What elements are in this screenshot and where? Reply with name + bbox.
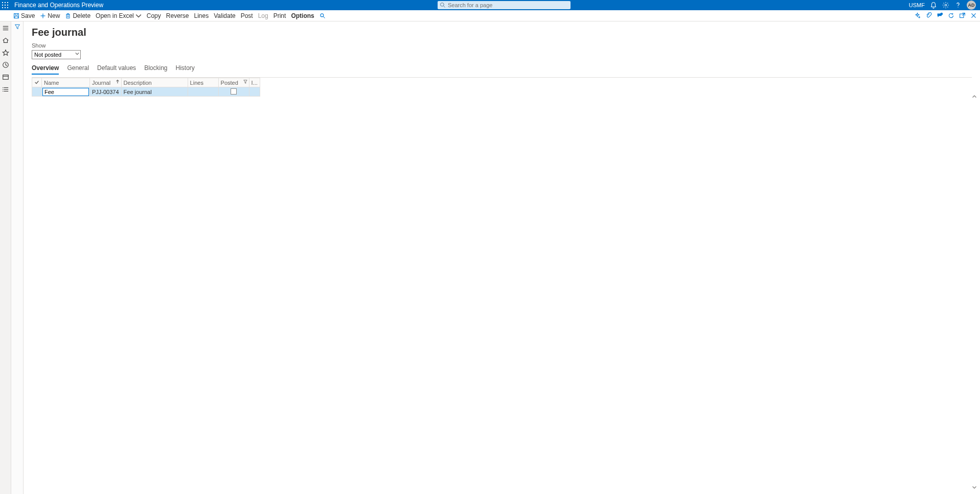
svg-rect-7 bbox=[5, 7, 6, 8]
left-nav-rail bbox=[0, 21, 11, 494]
save-button[interactable]: Save bbox=[13, 12, 35, 19]
svg-point-39 bbox=[3, 87, 3, 88]
app-launcher-icon[interactable] bbox=[0, 0, 10, 10]
tab-strip: Overview General Default values Blocking… bbox=[32, 64, 972, 75]
svg-point-9 bbox=[440, 3, 444, 7]
close-icon[interactable] bbox=[970, 12, 977, 19]
open-excel-label: Open in Excel bbox=[96, 12, 134, 19]
recent-icon[interactable] bbox=[2, 61, 9, 68]
svg-marker-43 bbox=[243, 80, 246, 83]
filter-rail bbox=[11, 21, 24, 494]
svg-line-10 bbox=[443, 6, 445, 8]
chevron-down-icon bbox=[135, 13, 142, 19]
column-header-overflow[interactable]: I... bbox=[249, 78, 260, 87]
svg-rect-0 bbox=[2, 2, 3, 3]
svg-rect-3 bbox=[2, 5, 3, 6]
show-select[interactable]: Not posted bbox=[32, 50, 81, 59]
svg-point-12 bbox=[958, 7, 958, 7]
feedback-icon[interactable] bbox=[936, 12, 943, 19]
modules-icon[interactable] bbox=[2, 86, 9, 93]
sort-asc-icon bbox=[116, 80, 120, 84]
tab-overview[interactable]: Overview bbox=[32, 64, 59, 75]
workspaces-icon[interactable] bbox=[2, 74, 9, 81]
filter-icon bbox=[243, 80, 247, 84]
svg-point-41 bbox=[3, 91, 3, 91]
copilot-icon[interactable] bbox=[914, 12, 921, 19]
global-search-input[interactable] bbox=[438, 1, 571, 9]
settings-icon[interactable] bbox=[942, 2, 949, 9]
svg-rect-18 bbox=[66, 14, 70, 18]
validate-button[interactable]: Validate bbox=[214, 12, 235, 19]
filter-pane-icon[interactable] bbox=[14, 23, 20, 30]
column-header-description[interactable]: Description bbox=[121, 78, 188, 87]
svg-rect-5 bbox=[7, 5, 8, 6]
name-cell-input[interactable] bbox=[42, 88, 89, 96]
refresh-icon[interactable] bbox=[947, 12, 954, 19]
save-label: Save bbox=[21, 12, 35, 19]
copy-button[interactable]: Copy bbox=[147, 12, 161, 19]
tab-general[interactable]: General bbox=[67, 64, 89, 75]
action-search-button[interactable] bbox=[320, 13, 326, 19]
expand-related-icon[interactable] bbox=[971, 484, 978, 491]
svg-rect-2 bbox=[7, 2, 8, 3]
column-header-lines[interactable]: Lines bbox=[188, 78, 218, 87]
posted-cell[interactable] bbox=[218, 87, 249, 97]
options-button[interactable]: Options bbox=[291, 12, 314, 19]
column-select-all[interactable] bbox=[32, 78, 42, 87]
favorites-icon[interactable] bbox=[2, 49, 9, 56]
svg-point-21 bbox=[321, 13, 324, 16]
svg-point-11 bbox=[945, 4, 947, 6]
column-header-posted[interactable]: Posted bbox=[218, 78, 249, 87]
search-icon bbox=[440, 2, 446, 8]
new-label: New bbox=[48, 12, 60, 19]
print-button[interactable]: Print bbox=[274, 12, 286, 19]
svg-rect-1 bbox=[5, 2, 6, 3]
row-selector[interactable] bbox=[32, 87, 42, 97]
description-cell[interactable]: Fee journal bbox=[121, 87, 188, 97]
svg-rect-8 bbox=[7, 7, 8, 8]
company-label[interactable]: USMF bbox=[909, 2, 925, 8]
post-button[interactable]: Post bbox=[241, 12, 253, 19]
popout-icon[interactable] bbox=[959, 12, 966, 19]
svg-marker-32 bbox=[3, 50, 8, 56]
svg-point-23 bbox=[919, 17, 920, 18]
tab-default-values[interactable]: Default values bbox=[97, 64, 136, 75]
user-avatar[interactable]: AD bbox=[967, 1, 976, 10]
checkbox-unchecked-icon[interactable] bbox=[231, 88, 237, 95]
hamburger-icon[interactable] bbox=[2, 25, 9, 32]
tab-history[interactable]: History bbox=[175, 64, 194, 75]
attachments-icon[interactable] bbox=[925, 12, 932, 19]
lines-button[interactable]: Lines bbox=[194, 12, 209, 19]
svg-rect-14 bbox=[15, 13, 18, 15]
delete-button[interactable]: Delete bbox=[65, 12, 90, 19]
svg-rect-25 bbox=[960, 14, 963, 17]
journal-cell[interactable]: PJJ-00374 bbox=[90, 87, 122, 97]
column-header-journal[interactable]: Journal bbox=[90, 78, 122, 87]
notifications-icon[interactable] bbox=[930, 2, 937, 9]
log-button: Log bbox=[258, 12, 268, 19]
product-title: Finance and Operations Preview bbox=[14, 2, 103, 9]
svg-rect-15 bbox=[15, 16, 18, 18]
journal-grid: Name Journal Description Lines Posted bbox=[32, 78, 260, 97]
main-content: Fee journal Show Not posted Overview Gen… bbox=[24, 21, 980, 494]
help-icon[interactable] bbox=[954, 2, 962, 9]
reverse-button[interactable]: Reverse bbox=[166, 12, 189, 19]
svg-point-24 bbox=[940, 13, 943, 15]
column-header-name[interactable]: Name bbox=[42, 78, 90, 87]
tab-blocking[interactable]: Blocking bbox=[144, 64, 167, 75]
collapse-related-icon[interactable] bbox=[971, 93, 978, 100]
delete-label: Delete bbox=[73, 12, 90, 19]
lines-cell[interactable] bbox=[188, 87, 218, 97]
open-excel-button[interactable]: Open in Excel bbox=[96, 12, 142, 19]
svg-line-22 bbox=[323, 16, 325, 18]
check-icon bbox=[34, 80, 39, 85]
home-icon[interactable] bbox=[2, 37, 9, 44]
svg-rect-34 bbox=[3, 75, 8, 80]
svg-marker-42 bbox=[15, 25, 19, 29]
svg-rect-6 bbox=[2, 7, 3, 8]
svg-rect-4 bbox=[5, 5, 6, 6]
svg-point-40 bbox=[3, 89, 3, 89]
table-row[interactable]: PJJ-00374 Fee journal bbox=[32, 87, 260, 97]
overflow-cell[interactable] bbox=[249, 87, 260, 97]
new-button[interactable]: New bbox=[40, 12, 60, 19]
